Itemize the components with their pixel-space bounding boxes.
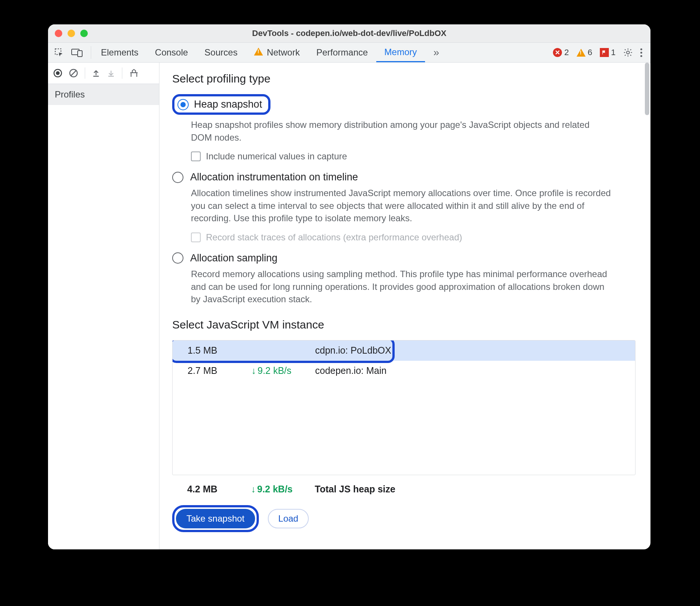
warning-count-value: 6 — [588, 48, 592, 57]
allocation-timeline-description: Allocation timelines show instrumented J… — [191, 187, 611, 225]
down-arrow-icon: ↓ — [251, 484, 256, 495]
upload-icon[interactable] — [92, 69, 100, 78]
content-scrollbar[interactable] — [644, 63, 650, 549]
tab-sources[interactable]: Sources — [196, 43, 246, 62]
include-numerical-values-checkbox[interactable] — [191, 152, 201, 161]
record-stack-traces-label: Record stack traces of allocations (extr… — [206, 232, 462, 243]
window-controls — [55, 30, 88, 37]
radio-allocation-timeline[interactable] — [172, 172, 183, 183]
profiling-option-allocation-timeline: Allocation instrumentation on timeline A… — [172, 171, 635, 243]
down-arrow-icon: ↓ — [251, 365, 256, 376]
allocation-timeline-label: Allocation instrumentation on timeline — [190, 171, 358, 183]
vm-total-row: 4.2 MB ↓9.2 kB/s Total JS heap size — [172, 480, 635, 498]
allocation-sampling-label: Allocation sampling — [190, 252, 278, 264]
vm-row-target: codepen.io: Main — [315, 365, 635, 376]
tab-network-label: Network — [267, 47, 300, 58]
close-window-button[interactable] — [55, 30, 62, 37]
take-snapshot-button[interactable]: Take snapshot — [176, 509, 255, 528]
record-stack-traces-checkbox[interactable] — [191, 232, 201, 242]
settings-gear-icon[interactable] — [623, 48, 633, 57]
svg-rect-2 — [78, 51, 82, 57]
annotation-highlight: Heap snapshot — [172, 94, 270, 115]
radio-allocation-sampling[interactable] — [172, 252, 183, 264]
vm-row-rate: ↓9.2 kB/s — [251, 365, 315, 376]
issues-count-value: 1 — [611, 48, 616, 57]
profiles-section-header[interactable]: Profiles — [48, 84, 159, 105]
heap-snapshot-description: Heap snapshot profiles show memory distr… — [191, 118, 611, 144]
radio-heap-snapshot[interactable] — [177, 99, 189, 110]
devtools-window: DevTools - codepen.io/web-dot-dev/live/P… — [48, 24, 650, 549]
action-buttons: Take snapshot Load — [172, 505, 635, 532]
profiles-toolbar — [48, 63, 159, 84]
record-stack-traces-row: Record stack traces of allocations (extr… — [191, 232, 635, 243]
tab-console[interactable]: Console — [147, 43, 196, 62]
vm-instance-heading: Select JavaScript VM instance — [172, 318, 635, 331]
window-title: DevTools - codepen.io/web-dot-dev/live/P… — [252, 28, 446, 38]
kebab-menu-icon[interactable] — [640, 48, 642, 57]
devtools-toolbar: Elements Console Sources Network Perform… — [48, 43, 650, 63]
error-count[interactable]: ✕ 2 — [553, 48, 569, 57]
tab-memory[interactable]: Memory — [376, 43, 425, 62]
vm-instance-list: 1.5 MB cdpn.io: PoLdbOX 2.7 MB ↓9.2 kB/s… — [172, 340, 635, 475]
vm-total-label: Total JS heap size — [315, 484, 635, 495]
heap-snapshot-label: Heap snapshot — [194, 99, 262, 110]
warning-icon — [577, 49, 586, 57]
issues-icon — [600, 48, 609, 57]
svg-rect-3 — [602, 51, 603, 55]
issues-count[interactable]: 1 — [600, 48, 616, 57]
warning-count[interactable]: 6 — [577, 48, 592, 57]
vm-row-size: 2.7 MB — [173, 365, 251, 376]
vm-instance-row[interactable]: 1.5 MB cdpn.io: PoLdbOX — [173, 340, 635, 361]
device-toolbar-icon[interactable] — [71, 48, 83, 57]
clear-icon[interactable] — [69, 69, 78, 78]
profiling-option-heap-snapshot: Heap snapshot Heap snapshot profiles sho… — [172, 94, 635, 162]
panel-tabs: Elements Console Sources Network Perform… — [93, 43, 448, 62]
minimize-window-button[interactable] — [68, 30, 75, 37]
garbage-collect-icon[interactable] — [129, 68, 139, 78]
allocation-sampling-description: Record memory allocations using sampling… — [191, 268, 611, 306]
profiling-type-heading: Select profiling type — [172, 72, 635, 85]
titlebar: DevTools - codepen.io/web-dot-dev/live/P… — [48, 24, 650, 43]
maximize-window-button[interactable] — [80, 30, 88, 37]
error-icon: ✕ — [553, 48, 562, 57]
vm-row-target: cdpn.io: PoLdbOX — [315, 345, 635, 356]
record-icon[interactable] — [53, 69, 62, 78]
tab-performance[interactable]: Performance — [308, 43, 376, 62]
vm-instance-row[interactable]: 2.7 MB ↓9.2 kB/s codepen.io: Main — [173, 361, 635, 381]
profiles-sidebar: Profiles — [48, 63, 159, 549]
inspect-element-icon[interactable] — [54, 48, 64, 57]
svg-line-8 — [71, 70, 76, 76]
profiling-option-allocation-sampling: Allocation sampling Record memory alloca… — [172, 252, 635, 306]
memory-panel-content: Select profiling type Heap snapshot Heap… — [159, 63, 650, 549]
load-button[interactable]: Load — [268, 509, 309, 528]
svg-point-4 — [626, 51, 629, 54]
status-area: ✕ 2 6 1 — [553, 48, 647, 57]
warning-triangle-icon — [254, 47, 263, 58]
tab-network[interactable]: Network — [246, 43, 308, 62]
include-numerical-values-row: Include numerical values in capture — [191, 151, 635, 162]
vm-row-size: 1.5 MB — [173, 345, 251, 356]
more-tabs-button[interactable]: » — [425, 43, 448, 62]
svg-point-6 — [56, 71, 60, 75]
vm-total-rate: ↓9.2 kB/s — [251, 484, 315, 495]
error-count-value: 2 — [564, 48, 569, 57]
vm-total-size: 4.2 MB — [172, 484, 251, 495]
download-icon[interactable] — [107, 69, 115, 78]
tab-elements[interactable]: Elements — [93, 43, 147, 62]
annotation-highlight: Take snapshot — [172, 505, 259, 532]
include-numerical-values-label: Include numerical values in capture — [206, 151, 347, 162]
